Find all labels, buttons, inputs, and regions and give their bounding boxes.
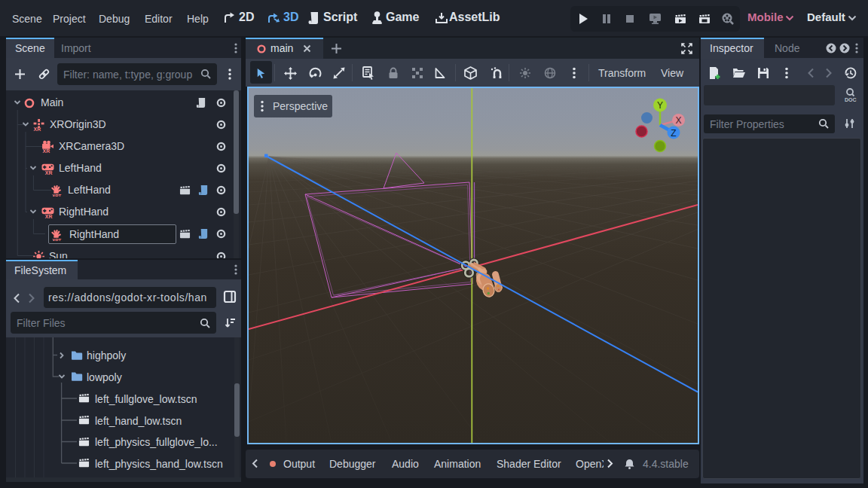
svg-text:X: X (675, 115, 681, 126)
svg-text:Y: Y (657, 100, 663, 111)
svg-text:Z: Z (671, 128, 676, 139)
svg-text:DOC: DOC (845, 97, 857, 102)
